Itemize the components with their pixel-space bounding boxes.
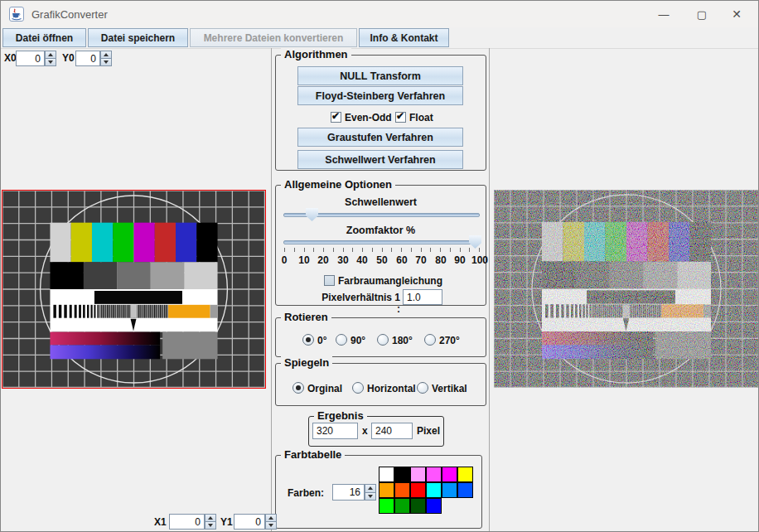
mirror-horizontal-radio[interactable] bbox=[352, 382, 364, 394]
palette-swatch bbox=[426, 498, 442, 514]
y0-up-arrow-icon[interactable] bbox=[100, 51, 112, 59]
color-table-group: Farbtabelle Farben: 16 bbox=[275, 455, 482, 529]
palette-swatch bbox=[394, 498, 410, 514]
palette-swatch bbox=[394, 482, 410, 498]
floyd-steinberg-button[interactable]: Floyd-Steinberg Verfahren bbox=[297, 86, 463, 105]
mirror-group-title: Spiegeln bbox=[281, 356, 332, 369]
y1-up-arrow-icon[interactable] bbox=[265, 514, 277, 522]
colors-count-label: Farben: bbox=[288, 487, 324, 499]
rotate-group: Rotieren 0° 90° 180° 270° bbox=[275, 317, 486, 357]
colors-down-arrow-icon[interactable] bbox=[365, 493, 376, 501]
x0-spinner-arrows bbox=[45, 51, 56, 66]
toolbar: Datei öffnen Datei speichern Mehrere Dat… bbox=[1, 27, 758, 49]
zoom-slider-track[interactable] bbox=[283, 240, 480, 244]
mirror-vertical-label: Vertikal bbox=[432, 383, 467, 394]
x0-up-arrow-icon[interactable] bbox=[45, 51, 56, 59]
color-space-checkbox[interactable] bbox=[324, 275, 335, 286]
general-options-group-title: Allgemeine Optionen bbox=[281, 178, 395, 191]
open-file-button[interactable]: Datei öffnen bbox=[2, 28, 86, 47]
converted-image-preview bbox=[494, 190, 759, 388]
x0-label: X0 bbox=[4, 52, 17, 64]
general-options-group: Allgemeine Optionen Schwellenwert Zoomfa… bbox=[275, 185, 486, 306]
info-contact-button[interactable]: Info & Kontakt bbox=[359, 28, 449, 47]
y1-spinner-arrows bbox=[265, 514, 277, 530]
palette-swatch bbox=[410, 498, 426, 514]
rotate-270-label: 270° bbox=[439, 335, 460, 346]
app-window: GrafikConverter — ▢ ✕ Datei öffnen Datei… bbox=[0, 0, 759, 532]
palette-swatch bbox=[410, 482, 426, 498]
close-button[interactable]: ✕ bbox=[718, 1, 755, 27]
threshold-slider-thumb[interactable] bbox=[306, 208, 318, 221]
x0-spinner[interactable]: 0 bbox=[16, 51, 45, 66]
result-width-field[interactable]: 320 bbox=[312, 423, 358, 439]
null-transform-button[interactable]: NULL Transform bbox=[297, 66, 463, 85]
algorithms-group-title: Algorithmen bbox=[281, 48, 351, 60]
palette-grid bbox=[379, 467, 473, 514]
float-checkbox[interactable] bbox=[395, 112, 406, 123]
rotate-270-radio[interactable] bbox=[424, 334, 436, 346]
y1-down-arrow-icon[interactable] bbox=[265, 522, 277, 530]
window-title: GrafikConverter bbox=[31, 8, 108, 21]
zoom-tick-label: 20 bbox=[312, 254, 334, 266]
pixel-ratio-field[interactable]: 1.0 bbox=[403, 289, 442, 305]
result-height-field[interactable]: 240 bbox=[371, 423, 413, 439]
zoom-slider-thumb[interactable] bbox=[469, 235, 481, 249]
threshold-method-button[interactable]: Schwellwert Verfahren bbox=[297, 150, 463, 169]
rotate-90-radio[interactable] bbox=[336, 334, 347, 346]
result-group-title: Ergebnis bbox=[314, 409, 367, 422]
palette-swatch bbox=[426, 482, 442, 498]
zoom-tick-label: 50 bbox=[371, 254, 393, 266]
zoom-tick-label: 100 bbox=[469, 254, 491, 266]
y0-spinner[interactable]: 0 bbox=[75, 51, 100, 66]
zoom-tick-label: 90 bbox=[449, 254, 471, 266]
minimize-button[interactable]: — bbox=[645, 1, 682, 27]
x1-up-arrow-icon[interactable] bbox=[205, 514, 216, 522]
result-times-label: x bbox=[362, 425, 368, 437]
mirror-original-radio[interactable] bbox=[292, 382, 304, 394]
y0-label: Y0 bbox=[62, 52, 75, 64]
java-coffee-cup-icon bbox=[9, 7, 24, 22]
colors-count-spinner[interactable]: 16 bbox=[332, 484, 365, 501]
grayscale-button[interactable]: Graustufen Verfahren bbox=[297, 128, 463, 147]
zoom-slider-ticks bbox=[284, 248, 480, 252]
colors-up-arrow-icon[interactable] bbox=[365, 484, 376, 493]
mirror-vertical-radio[interactable] bbox=[417, 382, 428, 394]
even-odd-checkbox[interactable] bbox=[331, 112, 341, 123]
title-bar[interactable]: GrafikConverter — ▢ ✕ bbox=[1, 1, 758, 27]
original-image-preview[interactable] bbox=[2, 190, 266, 389]
colors-count-spinner-arrows bbox=[365, 484, 376, 501]
zoom-tick-label: 40 bbox=[351, 254, 373, 266]
palette-swatch bbox=[379, 467, 394, 482]
x0-down-arrow-icon[interactable] bbox=[45, 59, 56, 66]
x1-spinner[interactable]: 0 bbox=[169, 514, 205, 530]
rotate-180-radio[interactable] bbox=[377, 334, 389, 346]
zoom-slider-label: Zoomfaktor % bbox=[276, 225, 486, 236]
palette-swatch bbox=[442, 467, 457, 482]
rotate-group-title: Rotieren bbox=[281, 311, 331, 323]
palette-swatch bbox=[379, 482, 394, 498]
threshold-slider-label: Schwellenwert bbox=[276, 196, 486, 208]
result-group: Ergebnis 320 x 240 Pixel bbox=[308, 416, 444, 447]
mirror-group: Spiegeln Orginal Horizontal Vertikal bbox=[275, 363, 486, 406]
y1-label: Y1 bbox=[220, 516, 233, 528]
zoom-tick-label: 0 bbox=[273, 254, 295, 266]
palette-swatch bbox=[442, 482, 457, 498]
color-space-label: Farbraumangleichung bbox=[338, 275, 442, 287]
x1-label: X1 bbox=[154, 516, 167, 528]
rotate-90-label: 90° bbox=[350, 335, 365, 346]
x1-down-arrow-icon[interactable] bbox=[205, 522, 216, 530]
y1-spinner[interactable]: 0 bbox=[234, 514, 265, 530]
x1-spinner-arrows bbox=[205, 514, 216, 530]
y0-down-arrow-icon[interactable] bbox=[100, 59, 112, 66]
palette-swatch bbox=[410, 467, 426, 482]
rotate-0-radio[interactable] bbox=[302, 334, 314, 346]
float-label: Float bbox=[409, 112, 433, 123]
convert-multiple-files-button[interactable]: Mehrere Dateien konvertieren bbox=[190, 28, 357, 47]
palette-swatch bbox=[426, 467, 442, 482]
palette-swatch bbox=[457, 482, 473, 498]
maximize-button[interactable]: ▢ bbox=[684, 1, 720, 27]
rotate-180-label: 180° bbox=[392, 335, 413, 346]
save-file-button[interactable]: Datei speichern bbox=[88, 28, 188, 47]
algorithms-group: Algorithmen NULL Transform Floyd-Steinbe… bbox=[275, 55, 486, 171]
result-unit-label: Pixel bbox=[417, 425, 440, 437]
